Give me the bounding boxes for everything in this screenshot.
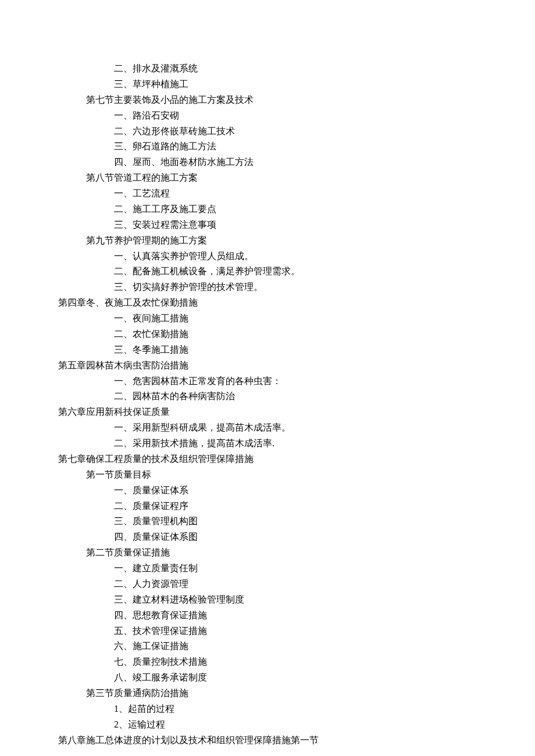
toc-line: 二、排水及灌溉系统 — [58, 61, 477, 77]
toc-line: 第三节质量通病防治措施 — [58, 686, 477, 701]
toc-line: 二、农忙保勤措施 — [58, 327, 477, 342]
toc-line: 二、人力资源管理 — [58, 576, 477, 592]
toc-line: 一、采用新型科研成果，提高苗木成活率。 — [58, 420, 477, 436]
toc-line: 六、施工保证措施 — [58, 639, 477, 654]
toc-line: 一、工艺流程 — [58, 186, 477, 202]
toc-line: 四、思想教育保证措施 — [58, 608, 477, 624]
toc-line: 三、卵石道路的施工方法 — [58, 139, 477, 155]
toc-line: 2、运输过程 — [58, 717, 477, 733]
toc-line: 一、质量保证体系 — [58, 483, 477, 499]
toc-line: 二、质量保证程序 — [58, 499, 477, 514]
toc-line: 四、屋而、地面卷材防水施工方法 — [58, 155, 477, 170]
toc-line: 一、危害园林苗木正常发育的各种虫害： — [58, 374, 477, 389]
toc-line: 第七章确保工程质量的技术及组织管理保障措施 — [58, 452, 477, 467]
toc-line: 第八节管道工程的施工方案 — [58, 170, 477, 186]
toc-line: 第八章施工总体进度的计划以及技术和组织管理保障措施第一节 — [58, 733, 477, 748]
document-page: 二、排水及灌溉系统 三、草坪种植施工 第七节主要装饰及小品的施工方案及技术 一、… — [0, 0, 535, 756]
toc-line: 三、质量管理机构图 — [58, 514, 477, 529]
toc-line: 第四章冬、夜施工及农忙保勤措施 — [58, 295, 477, 311]
toc-line: 第七节主要装饰及小品的施工方案及技术 — [58, 92, 477, 108]
toc-line: 七、质量控制技术措施 — [58, 654, 477, 670]
toc-line: 二、采用新技术措施，提高苗木成活率. — [58, 436, 477, 452]
toc-line: 三、草坪种植施工 — [58, 77, 477, 92]
toc-line: 一、夜间施工措施 — [58, 311, 477, 327]
toc-line: 第九节养护管理期的施工方案 — [58, 233, 477, 249]
toc-line: 五、技术管理保证措施 — [58, 624, 477, 639]
toc-line: 三、安装过程需注意事项 — [58, 217, 477, 233]
toc-line: 第二节质量保证措施 — [58, 545, 477, 561]
toc-line: 三、冬季施工措施 — [58, 342, 477, 358]
toc-line: 一、认真落实养护管理人员组成。 — [58, 249, 477, 264]
toc-line: 二、园林苗木的各种病害防治 — [58, 389, 477, 404]
toc-line: 第五章园林苗木病虫害防治措施 — [58, 358, 477, 374]
toc-line: 八、竣工服务承诺制度 — [58, 670, 477, 686]
toc-line: 第六章应用新科技保证质量 — [58, 404, 477, 420]
toc-line: 一、路沿石安砌 — [58, 108, 477, 124]
toc-line: 四、质量保证体系图 — [58, 529, 477, 545]
toc-line: 一、建立质量责任制 — [58, 561, 477, 576]
toc-line: 二、施工工序及施工要点 — [58, 202, 477, 217]
toc-line: 三、建立材料进场检验管理制度 — [58, 592, 477, 608]
toc-line: 二、配备施工机械设备，满足养护管理需求。 — [58, 264, 477, 280]
toc-line: 1、起苗的过程 — [58, 701, 477, 717]
toc-line: 二、六边形佟嵌草砖施工技术 — [58, 124, 477, 139]
toc-line: 三、切实搞好养护管理的技术管理。 — [58, 280, 477, 295]
toc-line: 第一节质量目标 — [58, 467, 477, 483]
